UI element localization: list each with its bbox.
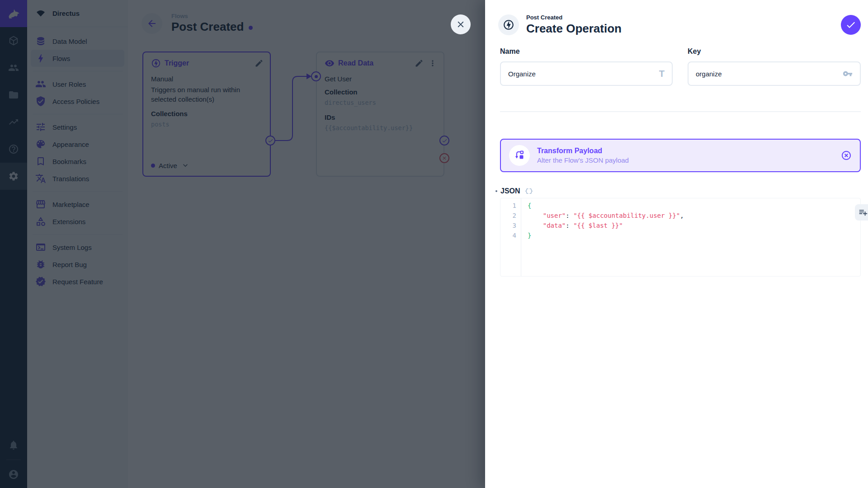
name-input-wrapper: T	[500, 61, 673, 86]
key-input-wrapper	[688, 61, 861, 86]
drawer-header: Post Created Create Operation	[498, 14, 622, 36]
operation-type-card[interactable]: Transform Payload Alter the Flow's JSON …	[500, 139, 861, 172]
operation-type-title: Transform Payload	[537, 147, 629, 155]
json-code-editor[interactable]: 1234 { "user": "{{ $accountability.user …	[500, 198, 861, 277]
code-line: "user": "{{ $accountability.user }}",	[528, 212, 860, 222]
name-input[interactable]	[508, 70, 654, 78]
playlist-add-icon	[858, 207, 868, 217]
transform-payload-icon	[509, 145, 530, 166]
line-number: 4	[500, 232, 521, 242]
line-number: 3	[500, 222, 521, 232]
insert-field-button[interactable]	[855, 204, 868, 221]
app-window: Directus Data ModelFlowsUser RolesAccess…	[0, 0, 868, 488]
key-input[interactable]	[696, 70, 837, 78]
name-field-label: Name	[500, 47, 520, 56]
line-number: 1	[500, 202, 521, 212]
close-drawer-button[interactable]	[451, 14, 471, 34]
bolt-circle-icon	[503, 19, 514, 31]
operation-header-icon	[498, 14, 519, 35]
json-field-header: JSON	[495, 187, 533, 195]
section-divider	[500, 111, 861, 112]
deselect-operation-icon[interactable]	[841, 150, 852, 161]
save-button[interactable]	[841, 15, 861, 35]
data-object-icon	[525, 187, 533, 195]
line-numbers: 1234	[500, 198, 521, 276]
close-icon	[456, 19, 466, 29]
code-line: {	[528, 202, 860, 212]
drawer-backdrop[interactable]	[0, 0, 485, 488]
title-format-icon: T	[659, 69, 665, 78]
drawer-breadcrumb[interactable]: Post Created	[526, 14, 622, 21]
line-number: 2	[500, 212, 521, 222]
code-lines[interactable]: { "user": "{{ $accountability.user }}", …	[521, 198, 860, 276]
code-line: }	[528, 232, 860, 242]
key-field-label: Key	[688, 47, 701, 56]
check-icon	[845, 19, 856, 30]
code-line: "data": "{{ $last }}"	[528, 222, 860, 232]
create-operation-drawer: Post Created Create Operation Name T Key	[485, 0, 868, 488]
operation-type-subtitle: Alter the Flow's JSON payload	[537, 156, 629, 164]
key-icon	[843, 69, 853, 79]
drawer-title: Create Operation	[526, 22, 622, 36]
required-dot	[495, 190, 497, 192]
json-field-label: JSON	[500, 187, 520, 195]
